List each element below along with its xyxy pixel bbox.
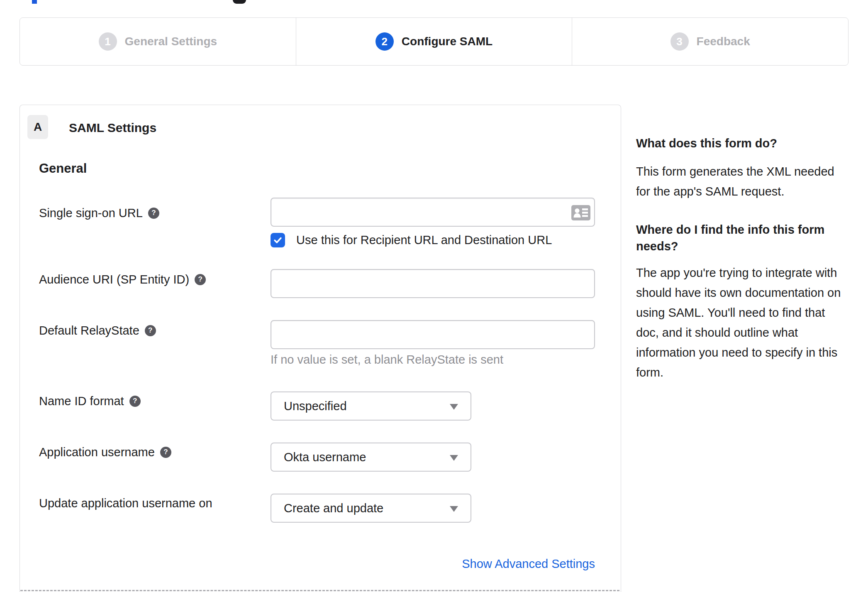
sidebar-heading-what: What does this form do? (636, 135, 848, 152)
recipient-url-checkbox-label: Use this for Recipient URL and Destinati… (296, 233, 552, 247)
audience-uri-input[interactable] (271, 269, 595, 298)
section-divider (20, 590, 619, 591)
default-relaystate-input[interactable] (271, 320, 595, 349)
checkmark-icon (273, 235, 283, 245)
group-heading-general: General (39, 161, 87, 176)
help-icon[interactable]: ? (195, 274, 206, 285)
contact-card-autofill-icon[interactable] (571, 205, 590, 220)
caret-down-icon (450, 506, 458, 512)
relaystate-hint: If no value is set, a blank RelayState i… (271, 353, 503, 367)
section-badge: A (27, 115, 48, 139)
select-value: Okta username (284, 450, 450, 464)
step-label: General Settings (125, 35, 217, 48)
show-advanced-settings-link[interactable]: Show Advanced Settings (462, 557, 595, 571)
section-title: SAML Settings (69, 121, 156, 135)
help-icon[interactable]: ? (145, 325, 156, 336)
label-application-username: Application username ? (39, 445, 171, 459)
help-icon[interactable]: ? (148, 208, 159, 219)
step-feedback[interactable]: 3 Feedback (572, 18, 848, 65)
field-label: Application username (39, 445, 155, 459)
application-username-select[interactable]: Okta username (271, 443, 471, 472)
wizard-stepper: 1 General Settings 2 Configure SAML 3 Fe… (20, 17, 848, 66)
select-value: Create and update (284, 501, 450, 515)
step-label: Configure SAML (402, 35, 493, 48)
caret-down-icon (450, 404, 458, 410)
step-configure-saml[interactable]: 2 Configure SAML (296, 18, 572, 65)
single-sign-on-url-input[interactable] (271, 198, 595, 227)
select-value: Unspecified (284, 399, 450, 413)
label-update-application-username-on: Update application username on (39, 496, 212, 510)
step-number-badge: 2 (375, 32, 394, 51)
sidebar-paragraph-what: This form generates the XML needed for t… (636, 161, 848, 201)
caret-down-icon (450, 455, 458, 461)
app-logo-remnant-icon (233, 0, 246, 4)
sidebar-paragraph-where: The app you're trying to integrate with … (636, 263, 848, 382)
step-label: Feedback (697, 35, 750, 48)
help-icon[interactable]: ? (129, 396, 141, 407)
sidebar-heading-where: Where do I find the info this form needs… (636, 221, 848, 254)
recipient-url-checkbox[interactable] (271, 233, 285, 247)
app-title-remnant (32, 0, 37, 4)
recipient-url-checkbox-row: Use this for Recipient URL and Destinati… (271, 232, 552, 247)
field-label: Default RelayState (39, 324, 139, 338)
field-label: Name ID format (39, 394, 124, 408)
step-number-badge: 3 (671, 32, 689, 51)
field-label: Single sign-on URL (39, 206, 143, 220)
step-general-settings[interactable]: 1 General Settings (20, 18, 296, 65)
label-name-id-format: Name ID format ? (39, 394, 141, 408)
label-single-sign-on-url: Single sign-on URL ? (39, 206, 159, 220)
field-label: Audience URI (SP Entity ID) (39, 273, 189, 286)
configure-saml-page: 1 General Settings 2 Configure SAML 3 Fe… (0, 0, 868, 592)
name-id-format-select[interactable]: Unspecified (271, 391, 471, 421)
field-label: Update application username on (39, 497, 212, 510)
step-number-badge: 1 (99, 32, 117, 51)
update-application-username-select[interactable]: Create and update (271, 494, 471, 523)
help-icon[interactable]: ? (160, 447, 171, 458)
label-audience-uri: Audience URI (SP Entity ID) ? (39, 272, 206, 286)
label-default-relaystate: Default RelayState ? (39, 323, 156, 338)
